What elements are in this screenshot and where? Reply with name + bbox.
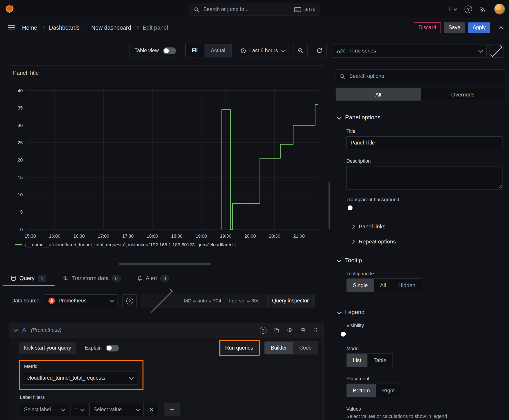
metric-select[interactable]: cloudflared_tunnel_total_requests <box>23 372 137 384</box>
breadcrumb-dashboards[interactable]: Dashboards <box>49 24 80 31</box>
svg-text:18:00: 18:00 <box>147 233 158 239</box>
legend-section[interactable]: Legend <box>338 309 365 316</box>
transparent-background-label: Transparent background <box>346 197 399 202</box>
run-queries-button[interactable]: Run queries <box>220 342 258 354</box>
tooltip-hidden-option[interactable]: Hidden <box>392 279 422 292</box>
save-button[interactable]: Save <box>444 22 465 33</box>
actual-option[interactable]: Actual <box>205 44 231 57</box>
placement-label: Placement <box>346 376 369 381</box>
copy-icon[interactable] <box>274 327 280 333</box>
table-view-label: Table view <box>134 48 159 54</box>
news-broadcast-icon[interactable] <box>480 6 486 12</box>
eye-icon[interactable] <box>287 327 293 333</box>
divider <box>344 219 504 219</box>
table-view-toggle[interactable] <box>163 47 176 54</box>
chevron-down-icon <box>61 407 66 411</box>
select-label-dropdown[interactable]: Select label <box>20 403 69 416</box>
kickstart-query-button[interactable]: Kick start your query <box>19 342 76 354</box>
tooltip-all-option[interactable]: All <box>374 279 392 292</box>
chevron-down-icon <box>80 407 85 411</box>
query-inspector-button[interactable]: Query inspector <box>267 295 314 307</box>
query-help-button[interactable]: ? <box>260 327 266 333</box>
close-icon: × <box>150 406 153 413</box>
panel-links-section[interactable]: Panel links <box>351 224 386 230</box>
datasource-select[interactable]: Prometheus <box>44 294 118 307</box>
panel-title-input[interactable] <box>346 136 502 150</box>
refresh-button[interactable] <box>312 44 327 57</box>
svg-text:16:00: 16:00 <box>49 233 60 239</box>
collapse-options-button[interactable] <box>489 44 504 58</box>
svg-text:17:00: 17:00 <box>98 233 109 239</box>
chevron-up-icon[interactable] <box>499 25 502 30</box>
time-range-picker[interactable]: Last 6 hours <box>236 44 289 57</box>
grafana-logo-icon[interactable] <box>4 4 15 15</box>
chevron-right-icon[interactable] <box>149 289 173 313</box>
tab-all[interactable]: All <box>336 88 421 100</box>
placement-right-option[interactable]: Right <box>376 384 401 397</box>
interval: Interval = 30s <box>229 298 259 304</box>
max-data-points: MD = auto = 704 <box>184 298 221 304</box>
chevron-down-icon <box>454 7 457 10</box>
svg-text:15:30: 15:30 <box>24 233 36 239</box>
trash-icon[interactable] <box>300 327 306 333</box>
menu-icon[interactable] <box>8 25 15 30</box>
tab-transform-label: Transform data <box>72 275 109 282</box>
fill-option[interactable]: Fill <box>186 44 205 57</box>
query-row-header[interactable]: A (Prometheus) ? <box>9 323 323 338</box>
builder-option[interactable]: Builder <box>265 342 293 354</box>
panel-options-section[interactable]: Panel options <box>338 114 380 121</box>
operator-dropdown[interactable]: = <box>70 403 88 416</box>
chevron-down-icon <box>479 48 483 53</box>
tooltip-section[interactable]: Tooltip <box>338 257 362 264</box>
tab-query[interactable]: Query 1 <box>3 270 55 286</box>
repeat-options-section[interactable]: Repeat options <box>351 239 396 245</box>
metric-highlight: Metric cloudflared_tunnel_total_requests <box>19 360 144 390</box>
discard-button[interactable]: Discard <box>414 22 441 33</box>
panel-actions: Discard Save Apply <box>414 22 504 33</box>
query-options-bar: MD = auto = 704 Interval = 30s Query ins… <box>141 294 316 308</box>
chevron-down-icon <box>136 407 140 411</box>
fill-actual-switch: Fill Actual <box>185 44 232 57</box>
zoom-out-icon <box>298 48 304 54</box>
search-icon <box>340 74 345 79</box>
options-search-input[interactable] <box>349 73 501 79</box>
description-textarea[interactable] <box>346 166 502 190</box>
help-button[interactable]: ? <box>464 5 472 13</box>
legend-table-option[interactable]: Table <box>367 354 393 367</box>
placement-bottom-option[interactable]: Bottom <box>347 384 376 397</box>
chart-legend-item[interactable]: {__name__="cloudflared_tunnel_total_requ… <box>15 242 236 247</box>
global-search[interactable]: ctrl+k <box>190 3 319 16</box>
add-filter-button[interactable]: + <box>165 403 180 416</box>
plus-icon: + <box>448 5 452 13</box>
user-avatar[interactable] <box>494 4 505 15</box>
zoom-out-button[interactable] <box>293 44 308 57</box>
tooltip-single-option[interactable]: Single <box>347 279 374 292</box>
datasource-help-button[interactable]: ? <box>122 294 137 307</box>
visualization-picker[interactable]: Time series <box>332 44 486 58</box>
legend-heading: Legend <box>345 309 365 316</box>
chevron-down-icon[interactable] <box>14 327 18 332</box>
apply-button[interactable]: Apply <box>468 22 490 33</box>
code-option[interactable]: Code <box>293 342 318 354</box>
svg-text:20:30: 20:30 <box>269 233 280 239</box>
scrollbar[interactable] <box>328 182 330 229</box>
svg-text:15: 15 <box>18 175 23 180</box>
resize-handle[interactable] <box>119 263 211 265</box>
tab-transform-data[interactable]: Transform data 0 <box>54 270 129 286</box>
options-search[interactable] <box>336 69 505 83</box>
explain-toggle[interactable] <box>106 344 119 351</box>
breadcrumb-new-dashboard[interactable]: New dashboard <box>91 24 131 31</box>
drag-handle-icon[interactable] <box>313 327 318 333</box>
tab-alert[interactable]: Alert 0 <box>129 270 177 286</box>
new-menu-button[interactable]: + <box>448 5 457 13</box>
tab-overrides[interactable]: Overrides <box>421 88 505 100</box>
svg-text:18:30: 18:30 <box>171 233 182 239</box>
global-search-input[interactable] <box>203 6 291 13</box>
add-icon: + <box>170 406 174 413</box>
select-value-dropdown[interactable]: Select value <box>89 403 144 416</box>
breadcrumb-home[interactable]: Home <box>22 24 37 31</box>
label-filters-label: Label filters <box>20 394 323 400</box>
svg-text:0: 0 <box>20 227 23 232</box>
remove-filter-button[interactable]: × <box>145 403 159 416</box>
legend-list-option[interactable]: List <box>347 354 367 367</box>
